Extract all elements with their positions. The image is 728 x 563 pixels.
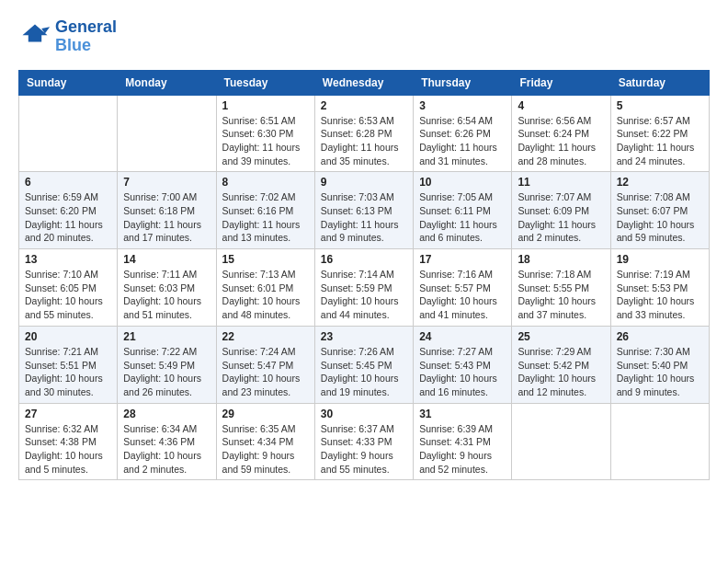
weekday-header: Monday [118,70,216,95]
calendar-cell: 14 Sunrise: 7:11 AMSunset: 6:03 PMDaylig… [118,249,216,327]
calendar-cell: 30 Sunrise: 6:37 AMSunset: 4:33 PMDaylig… [314,403,413,480]
calendar-week-row: 1 Sunrise: 6:51 AMSunset: 6:30 PMDayligh… [19,95,710,172]
day-info: Sunrise: 6:59 AMSunset: 6:20 PMDaylight:… [25,190,111,245]
day-info: Sunrise: 7:16 AMSunset: 5:57 PMDaylight:… [419,268,506,322]
day-info: Sunrise: 6:51 AMSunset: 6:30 PMDaylight:… [222,114,309,168]
calendar-week-row: 27 Sunrise: 6:32 AMSunset: 4:38 PMDaylig… [19,403,710,480]
day-number: 24 [419,330,506,343]
day-info: Sunrise: 7:11 AMSunset: 6:03 PMDaylight:… [123,268,210,322]
day-number: 22 [222,330,309,343]
day-number: 17 [419,253,506,266]
page-header: General Blue [18,18,710,55]
day-number: 6 [25,176,111,189]
day-number: 10 [419,176,506,189]
day-number: 26 [617,330,703,343]
day-info: Sunrise: 7:00 AMSunset: 6:18 PMDaylight:… [123,190,210,245]
day-info: Sunrise: 7:27 AMSunset: 5:43 PMDaylight:… [419,345,506,399]
weekday-header: Saturday [610,70,709,95]
calendar-cell: 10 Sunrise: 7:05 AMSunset: 6:11 PMDaylig… [414,172,512,249]
day-number: 31 [419,408,506,420]
day-number: 16 [321,253,407,266]
calendar-cell: 23 Sunrise: 7:26 AMSunset: 5:45 PMDaylig… [314,326,413,403]
day-number: 3 [419,99,506,112]
day-number: 21 [123,330,210,343]
day-info: Sunrise: 6:35 AMSunset: 4:34 PMDaylight:… [222,422,309,477]
calendar-cell [610,403,709,480]
calendar-cell: 12 Sunrise: 7:08 AMSunset: 6:07 PMDaylig… [610,172,709,249]
day-info: Sunrise: 7:18 AMSunset: 5:55 PMDaylight:… [518,268,604,322]
calendar-cell: 17 Sunrise: 7:16 AMSunset: 5:57 PMDaylig… [414,249,512,327]
weekday-header-row: SundayMondayTuesdayWednesdayThursdayFrid… [19,70,710,95]
day-info: Sunrise: 7:14 AMSunset: 5:59 PMDaylight:… [321,268,407,322]
day-number: 23 [321,330,407,343]
logo: General Blue [18,18,117,55]
calendar-cell: 31 Sunrise: 6:39 AMSunset: 4:31 PMDaylig… [414,403,512,480]
day-number: 1 [222,99,309,112]
weekday-header: Sunday [19,70,118,95]
day-info: Sunrise: 7:05 AMSunset: 6:11 PMDaylight:… [419,190,506,245]
day-number: 4 [518,99,604,112]
day-number: 20 [25,330,111,343]
day-number: 29 [222,408,309,420]
day-number: 8 [222,176,309,189]
calendar-cell: 20 Sunrise: 7:21 AMSunset: 5:51 PMDaylig… [19,326,118,403]
weekday-header: Friday [512,70,610,95]
day-info: Sunrise: 6:39 AMSunset: 4:31 PMDaylight:… [419,422,506,477]
calendar-cell: 3 Sunrise: 6:54 AMSunset: 6:26 PMDayligh… [414,95,512,172]
calendar-week-row: 6 Sunrise: 6:59 AMSunset: 6:20 PMDayligh… [19,172,710,249]
calendar-cell: 29 Sunrise: 6:35 AMSunset: 4:34 PMDaylig… [216,403,314,480]
calendar-week-row: 20 Sunrise: 7:21 AMSunset: 5:51 PMDaylig… [19,326,710,403]
calendar-cell: 18 Sunrise: 7:18 AMSunset: 5:55 PMDaylig… [512,249,610,327]
day-number: 28 [123,408,210,420]
calendar-cell: 11 Sunrise: 7:07 AMSunset: 6:09 PMDaylig… [512,172,610,249]
calendar-cell: 2 Sunrise: 6:53 AMSunset: 6:28 PMDayligh… [314,95,413,172]
calendar-cell: 24 Sunrise: 7:27 AMSunset: 5:43 PMDaylig… [414,326,512,403]
day-number: 18 [518,253,604,266]
day-info: Sunrise: 7:24 AMSunset: 5:47 PMDaylight:… [222,345,309,399]
calendar-cell: 4 Sunrise: 6:56 AMSunset: 6:24 PMDayligh… [512,95,610,172]
calendar-cell [19,95,118,172]
calendar-cell: 27 Sunrise: 6:32 AMSunset: 4:38 PMDaylig… [19,403,118,480]
calendar-cell: 26 Sunrise: 7:30 AMSunset: 5:40 PMDaylig… [610,326,709,403]
svg-marker-0 [23,24,48,41]
day-number: 2 [321,99,407,112]
day-info: Sunrise: 6:53 AMSunset: 6:28 PMDaylight:… [321,114,407,168]
day-info: Sunrise: 7:08 AMSunset: 6:07 PMDaylight:… [617,190,703,245]
day-info: Sunrise: 6:37 AMSunset: 4:33 PMDaylight:… [321,422,407,477]
day-info: Sunrise: 7:10 AMSunset: 6:05 PMDaylight:… [25,268,111,322]
calendar-cell: 5 Sunrise: 6:57 AMSunset: 6:22 PMDayligh… [610,95,709,172]
calendar-cell: 8 Sunrise: 7:02 AMSunset: 6:16 PMDayligh… [216,172,314,249]
calendar-cell: 28 Sunrise: 6:34 AMSunset: 4:36 PMDaylig… [118,403,216,480]
day-number: 11 [518,176,604,189]
day-number: 9 [321,176,407,189]
day-info: Sunrise: 6:34 AMSunset: 4:36 PMDaylight:… [123,422,210,477]
calendar-cell: 7 Sunrise: 7:00 AMSunset: 6:18 PMDayligh… [118,172,216,249]
day-number: 15 [222,253,309,266]
calendar-cell: 13 Sunrise: 7:10 AMSunset: 6:05 PMDaylig… [19,249,118,327]
logo-text: General Blue [55,18,117,55]
day-info: Sunrise: 7:03 AMSunset: 6:13 PMDaylight:… [321,190,407,245]
day-number: 25 [518,330,604,343]
day-info: Sunrise: 7:07 AMSunset: 6:09 PMDaylight:… [518,190,604,245]
day-info: Sunrise: 7:26 AMSunset: 5:45 PMDaylight:… [321,345,407,399]
calendar-week-row: 13 Sunrise: 7:10 AMSunset: 6:05 PMDaylig… [19,249,710,327]
weekday-header: Wednesday [314,70,413,95]
day-info: Sunrise: 7:19 AMSunset: 5:53 PMDaylight:… [617,268,703,322]
day-info: Sunrise: 7:02 AMSunset: 6:16 PMDaylight:… [222,190,309,245]
logo-icon [18,20,51,53]
calendar-cell: 25 Sunrise: 7:29 AMSunset: 5:42 PMDaylig… [512,326,610,403]
day-info: Sunrise: 7:29 AMSunset: 5:42 PMDaylight:… [518,345,604,399]
day-number: 7 [123,176,210,189]
calendar-cell [118,95,216,172]
weekday-header: Tuesday [216,70,314,95]
day-number: 5 [617,99,703,112]
calendar-cell: 19 Sunrise: 7:19 AMSunset: 5:53 PMDaylig… [610,249,709,327]
day-info: Sunrise: 7:22 AMSunset: 5:49 PMDaylight:… [123,345,210,399]
day-number: 13 [25,253,111,266]
weekday-header: Thursday [414,70,512,95]
day-info: Sunrise: 6:57 AMSunset: 6:22 PMDaylight:… [617,114,703,168]
calendar-table: SundayMondayTuesdayWednesdayThursdayFrid… [18,70,710,481]
day-info: Sunrise: 6:56 AMSunset: 6:24 PMDaylight:… [518,114,604,168]
calendar-cell [512,403,610,480]
day-info: Sunrise: 7:30 AMSunset: 5:40 PMDaylight:… [617,345,703,399]
